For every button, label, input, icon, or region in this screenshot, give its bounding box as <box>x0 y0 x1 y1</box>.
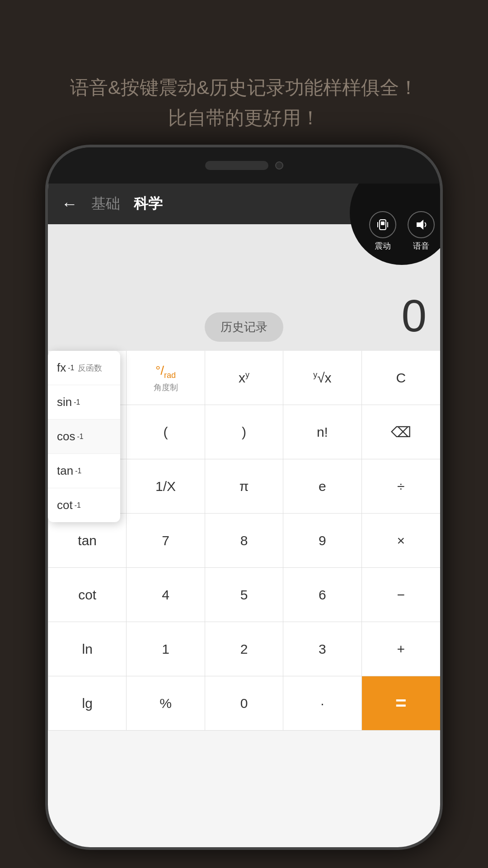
key-r6-c1[interactable]: % <box>127 676 205 731</box>
side-popup-item-cot-inv[interactable]: cot-1 <box>48 488 120 522</box>
key-r3-c3[interactable]: 9 <box>283 514 361 568</box>
key-r4-c1[interactable]: 4 <box>127 568 205 622</box>
key-r5-c3[interactable]: 3 <box>283 622 361 676</box>
key-r3-c4[interactable]: × <box>362 514 440 568</box>
tab-science[interactable]: 科学 <box>134 194 163 214</box>
key-r1-c1[interactable]: ( <box>127 405 205 459</box>
history-bubble[interactable]: 历史记录 <box>205 312 283 342</box>
key-r1-c3[interactable]: n! <box>283 405 361 459</box>
key-r4-c3[interactable]: 6 <box>283 568 361 622</box>
vibrate-label: 震动 <box>375 241 391 251</box>
promo-line1: 语音&按键震动&历史记录功能样样俱全！ <box>36 72 452 103</box>
key-r2-c1[interactable]: 1/X <box>127 459 205 514</box>
side-popup-item-fx-inv[interactable]: fx-1 反函数 <box>48 351 120 385</box>
key-r4-c0[interactable]: cot <box>48 568 127 622</box>
promo-text: 语音&按键震动&历史记录功能样样俱全！ 比自带的更好用！ <box>0 0 488 160</box>
side-popup-item-sin-inv[interactable]: sin-1 <box>48 385 120 420</box>
key-r4-c2[interactable]: 5 <box>205 568 283 622</box>
key-r3-c1[interactable]: 7 <box>127 514 205 568</box>
back-button[interactable]: ← <box>61 194 78 213</box>
tab-basic[interactable]: 基础 <box>91 194 120 214</box>
svg-rect-2 <box>377 222 378 227</box>
vibrate-icon <box>369 211 396 238</box>
app-screen: ← 基础 科学 震动 <box>48 184 440 847</box>
key-r4-c4[interactable]: − <box>362 568 440 622</box>
key-r5-c1[interactable]: 1 <box>127 622 205 676</box>
key-r2-c3[interactable]: e <box>283 459 361 514</box>
key-r6-c3[interactable]: · <box>283 676 361 731</box>
sound-icon <box>408 211 435 238</box>
side-popup-item-tan-inv[interactable]: tan-1 <box>48 454 120 488</box>
key-r0-c4[interactable]: C <box>362 351 440 405</box>
key-r6-c0[interactable]: lg <box>48 676 127 731</box>
key-r5-c0[interactable]: ln <box>48 622 127 676</box>
vibrate-button[interactable]: 震动 <box>369 211 396 251</box>
svg-marker-4 <box>417 220 423 230</box>
svg-rect-3 <box>387 222 388 227</box>
key-r2-c2[interactable]: π <box>205 459 283 514</box>
key-r1-c2[interactable]: ) <box>205 405 283 459</box>
sound-label: 语音 <box>413 241 429 251</box>
key-r6-c2[interactable]: 0 <box>205 676 283 731</box>
promo-line2: 比自带的更好用！ <box>36 103 452 133</box>
keyboard-area: fx-1 反函数 sin-1 cos-1 tan-1 cot-1 <box>48 351 440 731</box>
key-r5-c2[interactable]: 2 <box>205 622 283 676</box>
history-label: 历史记录 <box>221 320 267 334</box>
camera-dot <box>275 161 283 170</box>
key-r2-c4[interactable]: ÷ <box>362 459 440 514</box>
key-r6-c4[interactable]: = <box>362 676 440 731</box>
side-popup: fx-1 反函数 sin-1 cos-1 tan-1 cot-1 <box>48 351 120 522</box>
display-number: 0 <box>401 290 427 342</box>
speaker-grille <box>205 161 268 170</box>
key-r0-c2[interactable]: xy <box>205 351 283 405</box>
key-r1-c4[interactable]: ⌫ <box>362 405 440 459</box>
app-header: ← 基础 科学 震动 <box>48 184 440 224</box>
phone-top-bar <box>48 147 440 184</box>
side-popup-item-cos-inv[interactable]: cos-1 <box>48 420 120 454</box>
key-r0-c3[interactable]: y√x <box>283 351 361 405</box>
phone-frame: ← 基础 科学 震动 <box>45 145 443 850</box>
svg-rect-1 <box>381 222 385 225</box>
key-r0-c1[interactable]: °/rad角度制 <box>127 351 205 405</box>
sound-button[interactable]: 语音 <box>408 211 435 251</box>
key-r5-c4[interactable]: + <box>362 622 440 676</box>
key-r3-c2[interactable]: 8 <box>205 514 283 568</box>
